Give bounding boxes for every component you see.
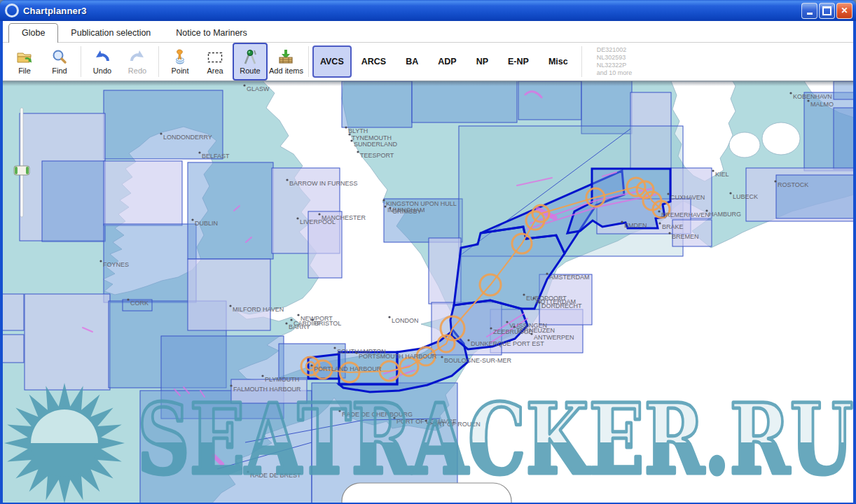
window-title: Chartplanner3 (23, 6, 87, 16)
minimize-button[interactable] (801, 3, 817, 19)
catalog-misc-button[interactable]: Misc (539, 46, 578, 78)
title-bar[interactable]: Chartplanner3 ✕ (0, 0, 856, 21)
add-items-crate-icon (277, 48, 295, 66)
map-label: GLASW (247, 85, 270, 92)
place-dot (532, 297, 534, 299)
place-dot (127, 298, 129, 300)
place-dot (658, 222, 661, 224)
place-dot (345, 126, 347, 128)
map-label: CORK (130, 300, 149, 307)
map-label: MILFORD HAVEN (233, 306, 284, 313)
chart-region[interactable] (3, 294, 24, 330)
area-button[interactable]: Area (198, 43, 233, 80)
maximize-button[interactable] (819, 3, 835, 19)
close-button[interactable]: ✕ (836, 3, 852, 19)
chart-region[interactable] (834, 108, 853, 169)
route-divider-icon (241, 48, 259, 66)
place-dot (286, 178, 288, 181)
place-dot (530, 332, 532, 335)
place-dot (285, 322, 287, 324)
map-label: BREMERHAVEN (661, 211, 710, 218)
catalog-e-np-button[interactable]: E-NP (498, 46, 539, 78)
chart-region[interactable] (104, 161, 182, 225)
map-label: DORDRECHT (541, 302, 582, 309)
map-label: BARRY (289, 323, 310, 330)
place-dot (318, 213, 320, 215)
chart-map[interactable]: GLASWKOBENHAVNMALMOLONDONDERRYBLYTHTYNEM… (3, 81, 853, 503)
place-dot (729, 192, 731, 194)
map-label: DUNKERQUE PORT EST (471, 340, 544, 347)
route-button[interactable]: Route (233, 43, 268, 80)
map-label: LUBECK (733, 193, 758, 200)
place-dot (490, 327, 492, 329)
place-dot (382, 199, 385, 201)
catalog-np-button[interactable]: NP (467, 46, 498, 78)
map-label: PORTLAND HARBOUR (314, 365, 382, 372)
map-label: AMSTERDAM (549, 274, 590, 281)
place-dot (191, 218, 193, 220)
place-dot (355, 351, 357, 354)
place-dot (311, 318, 313, 321)
zoom-slider-track[interactable] (20, 108, 23, 217)
toolbar-separator (581, 46, 582, 77)
map-label: PORTSMOUTH HARBOUR (359, 353, 437, 360)
point-button[interactable]: Point (163, 43, 198, 80)
place-dot (807, 99, 809, 102)
place-dot (467, 339, 469, 341)
place-dot (658, 210, 660, 212)
place-dot (513, 326, 515, 328)
place-dot (261, 374, 263, 377)
toolbar-separator (81, 46, 81, 77)
map-area: GLASWKOBENHAVNMALMOLONDONDERRYBLYTHTYNEM… (3, 81, 853, 503)
place-dot (198, 151, 200, 153)
zoom-slider-handle[interactable] (14, 166, 29, 175)
map-label: ROSTOCK (778, 181, 808, 188)
add-items-button[interactable]: Add items (268, 43, 305, 80)
chart-region[interactable] (188, 259, 270, 330)
place-dot (667, 192, 669, 195)
chart-region[interactable] (42, 161, 105, 241)
toolbar-button-label: File (18, 66, 31, 75)
application-window: Chartplanner3 ✕ GlobePublication selecti… (0, 0, 856, 504)
map-label: KIEL (715, 171, 729, 178)
find-button[interactable]: Find (42, 43, 77, 80)
place-dot (506, 321, 508, 323)
toolbar-separator (308, 46, 309, 77)
place-dot (357, 150, 359, 153)
catalog-arcs-button[interactable]: ARCS (352, 46, 396, 78)
place-dot (388, 316, 390, 318)
catalog-avcs-button[interactable]: AVCS (312, 46, 352, 78)
tab-globe[interactable]: Globe (8, 23, 58, 43)
window-content: GlobePublication selectionNotice to Mari… (3, 21, 853, 501)
tab-notice-to-mariners[interactable]: Notice to Mariners (163, 24, 259, 42)
map-label: PLYMOUTH (265, 376, 299, 383)
status-bubble (342, 483, 511, 503)
chart-region[interactable] (518, 81, 581, 120)
map-top-shadow (3, 81, 853, 86)
tab-publication-selection[interactable]: Publication selection (58, 24, 163, 42)
catalog-ba-button[interactable]: BA (396, 46, 428, 78)
map-label: LIVERPOOL (300, 218, 336, 225)
chart-region[interactable] (3, 335, 24, 363)
chart-region[interactable] (412, 81, 517, 122)
map-label: DUBLIN (195, 220, 218, 227)
map-label: SUNDERLAND (354, 141, 398, 148)
catalog-adp-button[interactable]: ADP (428, 46, 466, 78)
chart-region[interactable] (25, 294, 110, 390)
toolbar-button-label: Redo (128, 66, 146, 75)
chart-region[interactable] (342, 81, 412, 127)
place-dot (441, 356, 443, 358)
place-dot (523, 293, 525, 295)
place-dot (789, 92, 792, 94)
chart-region[interactable] (104, 90, 223, 159)
undo-button[interactable]: Undo (85, 43, 120, 80)
place-dot (538, 301, 540, 303)
map-label: LONDON (392, 317, 419, 324)
file-button[interactable]: File (7, 43, 42, 80)
toolbar-separator (158, 46, 159, 77)
toolbar-button-label: Route (240, 66, 260, 75)
redo-button[interactable]: Redo (120, 43, 155, 80)
map-label: HAMBURG (709, 211, 741, 218)
chart-region[interactable] (188, 162, 273, 259)
place-dot (296, 217, 298, 219)
